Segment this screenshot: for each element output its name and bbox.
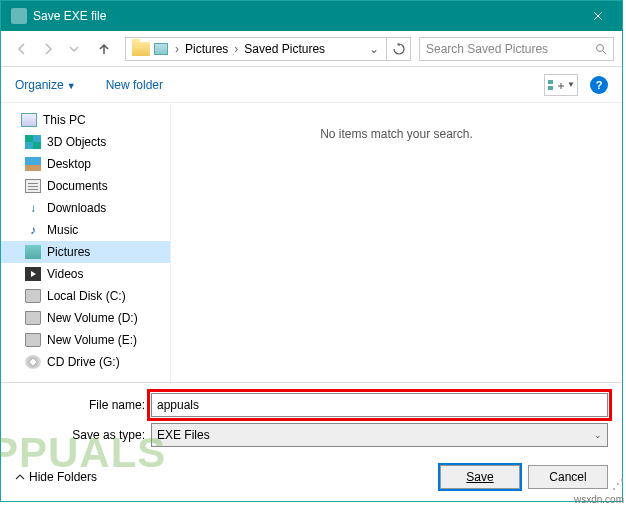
chevron-down-icon: ▼ xyxy=(67,81,76,91)
views-icon xyxy=(547,79,565,91)
tree-root-this-pc[interactable]: This PC xyxy=(1,109,170,131)
source-label: wsxdn.com xyxy=(574,494,624,505)
refresh-button[interactable] xyxy=(387,37,411,61)
tree-item[interactable]: ↓ Downloads xyxy=(1,197,170,219)
disk-icon xyxy=(25,289,41,303)
help-button[interactable]: ? xyxy=(590,76,608,94)
chevron-right-icon: › xyxy=(172,42,182,56)
nav-recent-button[interactable] xyxy=(63,38,85,60)
tree-item[interactable]: Documents xyxy=(1,175,170,197)
nav-up-button[interactable] xyxy=(93,38,115,60)
save-as-type-select[interactable]: EXE Files ⌄ xyxy=(151,423,608,447)
tree-item[interactable]: Videos xyxy=(1,263,170,285)
pictures-icon xyxy=(25,245,41,259)
titlebar: Save EXE file xyxy=(1,1,622,31)
arrow-right-icon xyxy=(41,42,55,56)
filename-input[interactable] xyxy=(151,393,608,417)
videos-icon xyxy=(25,267,41,281)
organize-menu[interactable]: Organize▼ xyxy=(15,78,76,92)
search-input[interactable]: Search Saved Pictures xyxy=(419,37,614,61)
nav-back-button[interactable] xyxy=(11,38,33,60)
window-title: Save EXE file xyxy=(33,9,578,23)
file-list-area[interactable]: No items match your search. xyxy=(171,103,622,382)
address-dropdown[interactable]: ⌄ xyxy=(364,42,384,56)
search-icon xyxy=(595,43,607,55)
downloads-icon: ↓ xyxy=(25,201,41,215)
tree-item[interactable]: New Volume (D:) xyxy=(1,307,170,329)
app-icon xyxy=(11,8,27,24)
nav-forward-button[interactable] xyxy=(37,38,59,60)
chevron-right-icon: › xyxy=(231,42,241,56)
arrow-up-icon xyxy=(97,42,111,56)
chevron-down-icon xyxy=(69,44,79,54)
svg-point-0 xyxy=(597,44,604,51)
empty-message: No items match your search. xyxy=(320,127,473,141)
views-button[interactable]: ▼ xyxy=(544,74,578,96)
svg-rect-1 xyxy=(548,80,553,84)
pc-icon xyxy=(21,113,37,127)
svg-rect-2 xyxy=(548,86,553,90)
chevron-down-icon: ▼ xyxy=(567,80,575,89)
disk-icon xyxy=(25,333,41,347)
tree-item-selected[interactable]: Pictures xyxy=(1,241,170,263)
music-icon: ♪ xyxy=(25,223,41,237)
help-icon: ? xyxy=(596,79,603,91)
toolbar: Organize▼ New folder ▼ ? xyxy=(1,67,622,103)
bottom-panel: File name: Save as type: EXE Files ⌄ Hid… xyxy=(1,382,622,501)
tree-item[interactable]: Desktop xyxy=(1,153,170,175)
breadcrumb-item[interactable]: Saved Pictures xyxy=(241,40,328,58)
body: This PC 3D Objects Desktop Documents ↓ D… xyxy=(1,103,622,382)
save-as-type-label: Save as type: xyxy=(15,428,151,442)
cancel-button[interactable]: Cancel xyxy=(528,465,608,489)
chevron-up-icon xyxy=(15,472,25,482)
folder-icon xyxy=(132,42,150,56)
pictures-lib-icon xyxy=(154,43,168,55)
3d-objects-icon xyxy=(25,135,41,149)
chevron-down-icon: ⌄ xyxy=(594,430,602,440)
tree-item[interactable]: CD Drive (G:) xyxy=(1,351,170,373)
cd-drive-icon xyxy=(25,355,41,369)
tree-item[interactable]: 3D Objects xyxy=(1,131,170,153)
tree-item[interactable]: New Volume (E:) xyxy=(1,329,170,351)
arrow-left-icon xyxy=(15,42,29,56)
breadcrumb-item[interactable]: Pictures xyxy=(182,40,231,58)
resize-grip[interactable]: ⋰ xyxy=(612,477,622,491)
search-placeholder: Search Saved Pictures xyxy=(426,42,595,56)
filename-label: File name: xyxy=(15,398,151,412)
refresh-icon xyxy=(393,43,405,55)
documents-icon xyxy=(25,179,41,193)
address-bar[interactable]: › Pictures › Saved Pictures ⌄ xyxy=(125,37,387,61)
hide-folders-button[interactable]: Hide Folders xyxy=(15,470,432,484)
close-icon xyxy=(593,11,603,21)
tree-item[interactable]: Local Disk (C:) xyxy=(1,285,170,307)
new-folder-button[interactable]: New folder xyxy=(106,78,163,92)
tree-item[interactable]: ♪ Music xyxy=(1,219,170,241)
navbar: › Pictures › Saved Pictures ⌄ Search Sav… xyxy=(1,31,622,67)
save-button[interactable]: Save xyxy=(440,465,520,489)
disk-icon xyxy=(25,311,41,325)
desktop-icon xyxy=(25,157,41,171)
save-dialog-window: Save EXE file › Pictures › Saved Picture… xyxy=(0,0,623,502)
navigation-pane[interactable]: This PC 3D Objects Desktop Documents ↓ D… xyxy=(1,103,171,382)
close-button[interactable] xyxy=(578,1,618,31)
